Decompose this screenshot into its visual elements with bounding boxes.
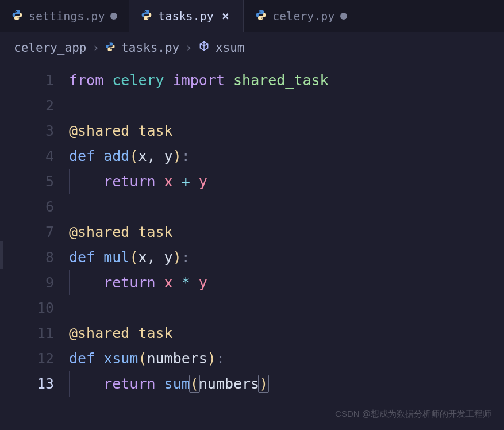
code-line[interactable]: def add(x, y): [69,144,504,169]
code-line[interactable] [69,295,504,321]
modified-indicator-icon [340,13,347,20]
tab-settings[interactable]: settings.py [0,0,129,32]
modified-indicator-icon [110,13,117,20]
tab-bar: settings.py tasks.py × celery.py [0,0,504,32]
code-line[interactable] [69,93,504,118]
line-number: 9 [0,270,54,295]
python-icon [255,9,267,23]
code-editor[interactable]: 1 2 3 4 5 6 7 8 9 10 11 12 13 from celer… [0,63,504,397]
line-number: 6 [0,194,54,220]
symbol-function-icon [198,40,210,55]
line-number: 2 [0,93,54,118]
tab-label: celery.py [272,9,334,23]
code-line[interactable]: return sum(numbers) [69,371,504,397]
line-number: 11 [0,321,54,346]
line-number: 4 [0,144,54,169]
watermark-text: CSDN @想成为数据分析师的开发工程师 [335,409,491,420]
chevron-right-icon: › [92,41,99,55]
breadcrumb-file[interactable]: tasks.py [121,41,179,55]
line-number: 13 [0,371,54,397]
line-number: 8 [0,245,54,270]
python-icon [105,41,116,54]
code-line[interactable] [69,194,504,220]
tab-celery[interactable]: celery.py [244,0,359,32]
activity-indicator [0,241,3,269]
code-line[interactable]: @shared_task [69,220,504,245]
python-icon [141,9,152,23]
code-line[interactable]: @shared_task [69,321,504,346]
line-number: 5 [0,169,54,194]
line-number: 10 [0,295,54,321]
tab-label: tasks.py [158,9,213,23]
code-line[interactable]: @shared_task [69,118,504,144]
code-line[interactable]: def mul(x, y): [69,245,504,270]
tab-tasks[interactable]: tasks.py × [129,0,244,32]
close-icon[interactable]: × [220,9,232,23]
line-number: 1 [0,68,54,93]
code-line[interactable]: return x + y [69,169,504,194]
line-number: 3 [0,118,54,144]
code-line[interactable]: from celery import shared_task [69,68,504,93]
breadcrumb-folder[interactable]: celery_app [14,41,86,55]
breadcrumb[interactable]: celery_app › tasks.py › xsum [0,32,504,63]
code-line[interactable]: return x * y [69,270,504,295]
code-line[interactable]: def xsum(numbers): [69,346,504,371]
tab-label: settings.py [29,9,105,23]
breadcrumb-symbol[interactable]: xsum [216,41,245,55]
chevron-right-icon: › [185,41,193,55]
line-number: 12 [0,346,54,371]
python-icon [11,9,23,23]
code-content[interactable]: from celery import shared_task @shared_t… [69,68,504,397]
line-number-gutter: 1 2 3 4 5 6 7 8 9 10 11 12 13 [0,68,69,397]
line-number: 7 [0,220,54,245]
